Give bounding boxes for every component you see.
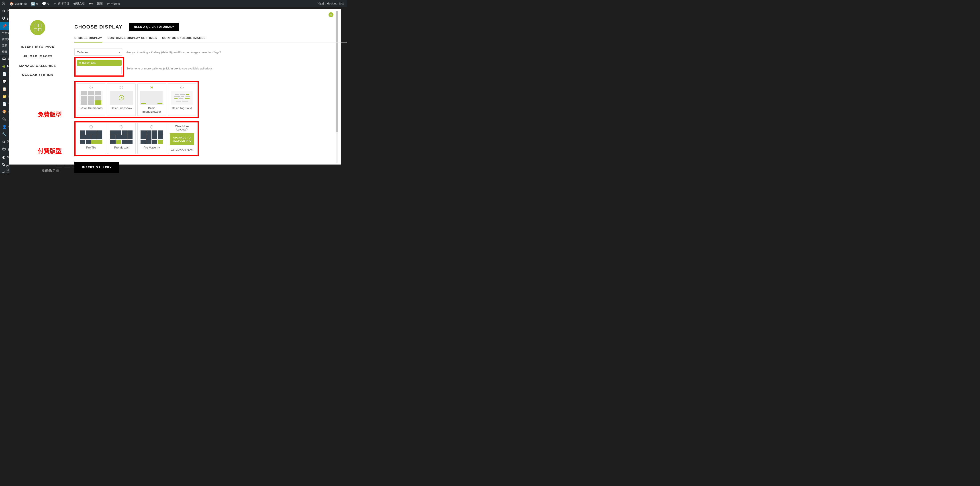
radio-icon[interactable] bbox=[150, 86, 153, 89]
nextgen-modal: ✕ INSERT INTO PAGE UPLOAD IMAGES MANAGE … bbox=[9, 9, 341, 165]
upgrade-card: Want More Layouts? UPGRADE TO NEXTGEN PR… bbox=[168, 123, 196, 154]
tabs: CHOOSE DISPLAY CUSTOMIZE DISPLAY SETTING… bbox=[75, 37, 347, 43]
wp-side-collapse[interactable]: ◀收合選單 bbox=[0, 168, 10, 173]
insert-gallery-button[interactable]: INSERT GALLERY bbox=[75, 162, 119, 173]
display-basic-imagebrowser[interactable]: Basic ImageBrowser bbox=[137, 84, 166, 116]
sidebar-manage-albums[interactable]: MANAGE ALBUMS bbox=[9, 71, 67, 80]
display-pro-mosaic[interactable]: Pro Mosaic bbox=[107, 123, 136, 154]
radio-icon[interactable] bbox=[120, 125, 123, 129]
annotation-free: 免費版型 bbox=[38, 110, 62, 118]
radio-icon[interactable] bbox=[180, 86, 183, 89]
upgrade-button[interactable]: UPGRADE TO NEXTGEN PRO bbox=[170, 133, 194, 145]
gallery-select-hint: Select one or more galleries (click in b… bbox=[126, 67, 213, 70]
wpforms-link[interactable]: WPForms bbox=[107, 2, 120, 5]
display-pro-masonry[interactable]: Pro Masonry bbox=[137, 123, 166, 154]
help-icon[interactable]: ? bbox=[56, 169, 59, 172]
tab-customize[interactable]: CUSTOMIZE DISPLAY SETTINGS bbox=[108, 37, 157, 43]
radio-icon[interactable] bbox=[150, 125, 153, 129]
modal-main: CHOOSE DISPLAY NEED A QUICK TUTORIAL? CH… bbox=[67, 23, 347, 173]
sidebar-insert-page[interactable]: INSERT INTO PAGE bbox=[9, 42, 67, 51]
new-item-link[interactable]: ＋新增項目 bbox=[53, 2, 69, 6]
wp-logo-icon[interactable]: ⓦ bbox=[2, 2, 5, 6]
source-hint: Are you inserting a Gallery (default), a… bbox=[126, 51, 221, 54]
display-basic-slideshow[interactable]: Basic Slideshow bbox=[107, 84, 136, 116]
sidebar-manage-galleries[interactable]: MANAGE GALLERIES bbox=[9, 61, 67, 71]
upgrade-discount-link[interactable]: Get 20% Off Now! bbox=[171, 148, 193, 151]
focus-keyword-label: 焦點關鍵字? bbox=[42, 169, 59, 173]
display-basic-thumbnails[interactable]: Basic Thumbnails bbox=[77, 84, 105, 116]
gallery-lib-link[interactable]: 圖庫 bbox=[97, 2, 103, 6]
tab-choose-display[interactable]: CHOOSE DISPLAY bbox=[75, 37, 102, 43]
comments-link[interactable]: 💬0 bbox=[42, 2, 49, 6]
radio-icon[interactable] bbox=[89, 125, 93, 129]
page-title: CHOOSE DISPLAY bbox=[75, 24, 123, 30]
yoast-indicator[interactable] bbox=[89, 3, 93, 5]
nextgen-logo-icon bbox=[30, 20, 45, 35]
wp-adminbar: ⓦ 🏠designhu 🔄6 💬0 ＋新增項目 檢視文章 圖庫 WPForms … bbox=[0, 0, 347, 7]
close-icon[interactable]: ✕ bbox=[329, 12, 333, 17]
modal-sidebar: INSERT INTO PAGE UPLOAD IMAGES MANAGE GA… bbox=[9, 9, 67, 165]
radio-icon[interactable] bbox=[120, 86, 123, 89]
tab-sort-exclude[interactable]: SORT OR EXCLUDE IMAGES bbox=[162, 37, 205, 43]
display-basic-tagcloud[interactable]: Basic TagCloud bbox=[168, 84, 196, 116]
annotation-paid: 付費版型 bbox=[38, 147, 62, 155]
radio-icon[interactable] bbox=[89, 86, 93, 89]
sidebar-upload-images[interactable]: UPLOAD IMAGES bbox=[9, 51, 67, 61]
source-type-select[interactable]: Galleries bbox=[75, 49, 122, 56]
chip-remove-icon[interactable]: ✕ bbox=[79, 62, 81, 64]
gallery-chip[interactable]: ✕galley_test bbox=[77, 60, 122, 66]
updates-link[interactable]: 🔄6 bbox=[31, 2, 38, 6]
gallery-select-input[interactable] bbox=[77, 67, 122, 74]
view-post-link[interactable]: 檢視文章 bbox=[73, 2, 85, 6]
tutorial-button[interactable]: NEED A QUICK TUTORIAL? bbox=[129, 23, 180, 31]
play-icon bbox=[119, 95, 124, 100]
display-pro-tile[interactable]: Pro Tile bbox=[77, 123, 105, 154]
selected-galleries-area: ✕galley_test bbox=[75, 57, 124, 76]
site-name[interactable]: 🏠designhu bbox=[10, 2, 27, 6]
pro-display-group: Pro Tile Pro Mosaic bbox=[75, 121, 199, 156]
howdy-user[interactable]: 你好，designu_test bbox=[318, 2, 345, 6]
free-display-group: Basic Thumbnails Basic Slideshow Basic I… bbox=[75, 81, 199, 118]
